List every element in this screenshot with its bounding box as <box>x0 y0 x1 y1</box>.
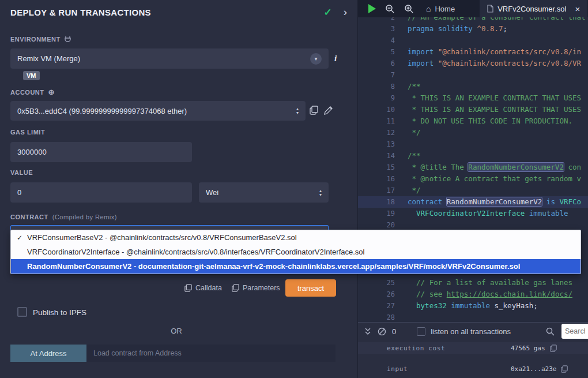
contract-select[interactable] <box>10 225 329 230</box>
code-line: 18contract RandomNumberConsumerV2 is VRF… <box>358 196 588 208</box>
code-line: 17 */ <box>358 185 588 196</box>
code-line: 19 VRFCoordinatorV2Interface immutable <box>358 208 588 219</box>
line-number: 19 <box>358 208 395 219</box>
contract-option-label: RandomNumberConsumerV2 - documentation-g… <box>27 262 520 271</box>
code-line: 3pragma solidity ^0.8.7; <box>358 23 588 35</box>
line-number: 27 <box>358 300 395 312</box>
panel-header: DEPLOY & RUN TRANSACTIONS ✓ › <box>0 0 357 24</box>
code-line: 2// An example of a consumer contract th… <box>358 17 588 23</box>
value-unit-select[interactable]: Wei ▴▾ <box>199 182 329 203</box>
value-label: VALUE <box>10 169 33 176</box>
clear-console-ban-icon[interactable] <box>378 327 386 336</box>
line-number: 2 <box>358 17 395 23</box>
environment-select[interactable]: Remix VM (Merge) ▾ <box>10 48 329 69</box>
code-line: 13 <box>358 139 588 150</box>
code-line: 10 * THIS IS AN EXAMPLE CONTRACT THAT US… <box>358 104 588 115</box>
editor-tabbar: ⌂ Home VRFv2Consumer.sol × <box>358 0 588 17</box>
code-line: 4 <box>358 35 588 46</box>
copy-parameters-icon <box>232 284 239 292</box>
updown-caret-icon[interactable]: ▴▾ <box>319 189 322 197</box>
contract-option-label: VRFCoordinatorV2Interface - @chainlink/c… <box>27 248 364 256</box>
remix-ide: DEPLOY & RUN TRANSACTIONS ✓ › ENVIRONMEN… <box>0 0 588 378</box>
contract-option[interactable]: ✓VRFConsumerBaseV2 - @chainlink/contract… <box>11 230 581 245</box>
copy-account-icon[interactable] <box>310 106 318 115</box>
listen-all-transactions-checkbox[interactable] <box>417 327 425 336</box>
deploy-run-panel: DEPLOY & RUN TRANSACTIONS ✓ › ENVIRONMEN… <box>0 0 357 378</box>
parameters-button[interactable]: Parameters <box>232 284 280 292</box>
code-line: 8/** <box>358 81 588 92</box>
terminal-row-input: input 0xa21...a23e <box>358 363 588 375</box>
line-number: 11 <box>358 115 395 127</box>
contract-dropdown: ✓VRFConsumerBaseV2 - @chainlink/contract… <box>10 230 581 274</box>
chevron-right-icon[interactable]: › <box>344 6 347 18</box>
info-icon[interactable]: i <box>331 53 340 63</box>
panel-title: DEPLOY & RUN TRANSACTIONS <box>10 8 323 17</box>
terminal: 0 listen on all transactions execution c… <box>358 322 588 378</box>
listen-all-transactions-label: listen on all transactions <box>431 327 511 336</box>
tab-vrfv2consumer[interactable]: VRFv2Consumer.sol × <box>480 0 587 17</box>
expand-chevrons-icon[interactable] <box>364 327 372 335</box>
code-line: 26 // see https://docs.chain.link/docs/ <box>358 289 588 300</box>
search-icon[interactable] <box>546 327 555 336</box>
zoom-in-icon[interactable] <box>404 4 414 14</box>
zoom-out-icon[interactable] <box>385 4 395 14</box>
line-number: 14 <box>358 150 395 162</box>
line-number: 4 <box>358 35 395 46</box>
value-input[interactable] <box>10 182 192 203</box>
line-number: 16 <box>358 173 395 185</box>
or-divider: OR <box>0 327 353 335</box>
at-address-button[interactable]: At Address <box>10 345 86 362</box>
code-area[interactable]: 2// An example of a consumer contract th… <box>358 17 588 322</box>
line-number: 20 <box>358 219 395 231</box>
line-number: 3 <box>358 23 395 35</box>
add-account-icon[interactable]: ⊕ <box>48 88 55 96</box>
sign-message-pencil-icon[interactable] <box>324 106 333 115</box>
compile-success-check-icon[interactable]: ✓ <box>323 6 331 18</box>
line-number: 6 <box>358 58 395 69</box>
check-icon: ✓ <box>17 234 22 242</box>
copy-calldata-icon <box>184 284 192 292</box>
row-value: 47565 gas <box>511 345 545 352</box>
account-select[interactable]: 0x5B3...eddC4 (99.99999999999997374068 e… <box>10 101 306 121</box>
line-number: 9 <box>358 92 395 104</box>
tab-home[interactable]: ⌂ Home <box>419 0 462 17</box>
code-lines: 2// An example of a consumer contract th… <box>358 17 588 322</box>
line-number: 17 <box>358 185 395 196</box>
publish-ipfs-checkbox[interactable] <box>17 307 27 317</box>
code-line: 14/** <box>358 150 588 162</box>
code-line: 27 bytes32 immutable s_keyHash; <box>358 300 588 312</box>
contract-option[interactable]: VRFCoordinatorV2Interface - @chainlink/c… <box>11 245 581 259</box>
code-line: 11 * DO NOT USE THIS CODE IN PRODUCTION. <box>358 115 588 127</box>
solidity-file-icon <box>487 5 493 13</box>
plug-icon <box>65 36 71 43</box>
line-number: 26 <box>358 289 395 300</box>
contract-option-label: VRFConsumerBaseV2 - @chainlink/contracts… <box>27 233 297 242</box>
updown-caret-icon[interactable]: ▴▾ <box>296 107 299 115</box>
code-line: 28 <box>358 312 588 322</box>
copy-icon[interactable] <box>550 345 557 352</box>
contract-note: (Compiled by Remix) <box>52 214 117 220</box>
code-line: 16 * @notice A contract that gets random… <box>358 173 588 185</box>
code-editor: ⌂ Home VRFv2Consumer.sol × 2// An exampl… <box>357 0 588 378</box>
environment-value: Remix VM (Merge) <box>17 54 310 63</box>
line-number: 12 <box>358 127 395 139</box>
code-line: 6import "@chainlink/contracts/src/v0.8/V… <box>358 58 588 69</box>
calldata-button[interactable]: Calldata <box>184 284 222 292</box>
line-number: 18 <box>358 196 395 208</box>
home-icon: ⌂ <box>426 4 431 13</box>
select-caret-icon[interactable]: ▾ <box>310 53 322 65</box>
transact-button[interactable]: transact <box>285 279 336 297</box>
terminal-search-input[interactable] <box>561 324 588 339</box>
gas-limit-input[interactable] <box>10 142 192 162</box>
at-address-input[interactable] <box>86 345 336 362</box>
line-number: 28 <box>358 312 395 322</box>
contract-option[interactable]: RandomNumberConsumerV2 - documentation-g… <box>11 259 581 274</box>
close-tab-icon[interactable]: × <box>575 4 580 14</box>
transaction-count-badge: 0 <box>392 327 396 336</box>
terminal-bar: 0 listen on all transactions <box>358 323 588 340</box>
run-script-play-icon[interactable] <box>368 4 376 13</box>
line-number: 7 <box>358 69 395 81</box>
terminal-row-execution-cost: execution cost 47565 gas <box>358 342 588 354</box>
copy-icon[interactable] <box>561 365 568 373</box>
code-line: 12 */ <box>358 127 588 139</box>
